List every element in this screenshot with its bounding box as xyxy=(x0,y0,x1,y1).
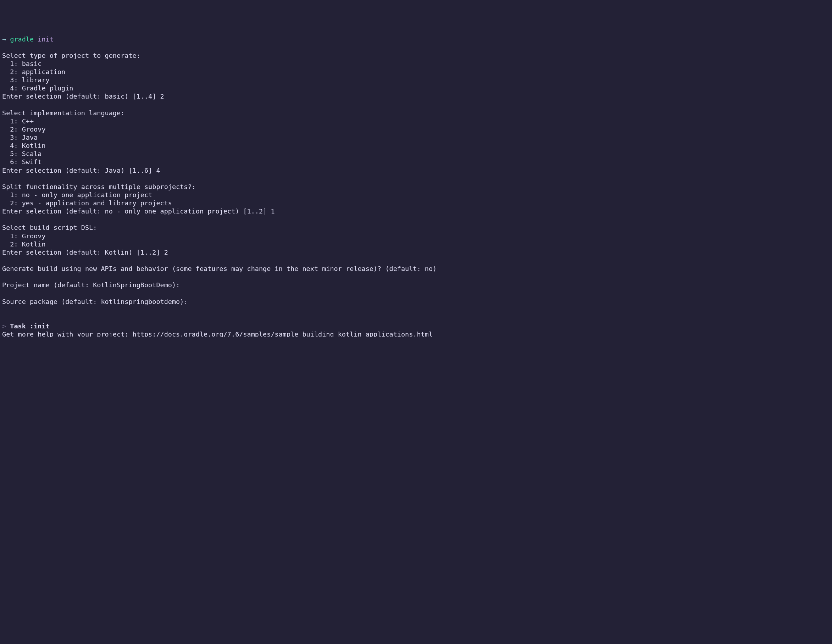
q2-opt4: 4: Kotlin xyxy=(2,142,46,149)
q1-entry: Enter selection (default: basic) [1..4] … xyxy=(2,93,164,100)
q5-line: Generate build using new APIs and behavi… xyxy=(2,265,436,272)
q3-entry: Enter selection (default: no - only one … xyxy=(2,208,275,215)
q4-opt2: 2: Kotlin xyxy=(2,240,46,248)
q1-opt2: 2: application xyxy=(2,68,65,75)
q4-prompt: Select build script DSL: xyxy=(2,224,97,231)
q2-opt3: 3: Java xyxy=(2,134,38,141)
q2-opt1: 1: C++ xyxy=(2,117,34,125)
terminal-output[interactable]: → gradle init Select type of project to … xyxy=(2,35,434,337)
q2-opt2: 2: Groovy xyxy=(2,126,46,133)
q7-line: Source package (default: kotlinspringboo… xyxy=(2,298,187,305)
q1-opt1: 1: basic xyxy=(2,60,42,67)
q4-entry: Enter selection (default: Kotlin) [1..2]… xyxy=(2,249,168,256)
task-label: Task :init xyxy=(10,322,49,330)
q2-opt6: 6: Swift xyxy=(2,158,42,166)
q2-opt5: 5: Scala xyxy=(2,150,42,157)
command-arg: init xyxy=(38,35,54,43)
q1-opt3: 3: library xyxy=(2,76,50,84)
q6-line: Project name (default: KotlinSpringBootD… xyxy=(2,281,180,289)
command-name: gradle xyxy=(10,35,34,43)
q3-prompt: Split functionality across multiple subp… xyxy=(2,183,196,190)
task-gt-icon: > xyxy=(2,322,6,330)
prompt-arrow-icon: → xyxy=(2,35,6,43)
q3-opt2: 2: yes - application and library project… xyxy=(2,199,172,207)
q3-opt1: 1: no - only one application project xyxy=(2,191,152,198)
q2-entry: Enter selection (default: Java) [1..6] 4 xyxy=(2,167,160,174)
q2-prompt: Select implementation language: xyxy=(2,109,125,117)
q4-opt1: 1: Groovy xyxy=(2,232,46,240)
q1-prompt: Select type of project to generate: xyxy=(2,52,141,59)
help-line: Get more help with your project: https:/… xyxy=(2,331,433,337)
q1-opt4: 4: Gradle plugin xyxy=(2,85,73,92)
